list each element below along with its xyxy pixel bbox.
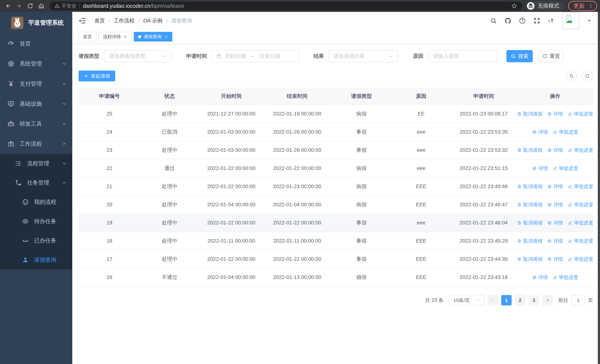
view-icon (547, 112, 552, 116)
refresh-table-button[interactable] (582, 70, 593, 82)
approval-progress-link[interactable]: 审批进度 (553, 129, 578, 135)
detail-link[interactable]: 详情 (547, 220, 563, 226)
reload-icon[interactable] (25, 1, 35, 11)
cell-operations: 取消请假 详情 审批进度 (517, 220, 593, 226)
back-icon[interactable] (3, 1, 13, 11)
svg-text:T: T (550, 18, 554, 24)
sidebar-item-infra[interactable]: 基础设施 (0, 94, 72, 114)
tab-process-detail[interactable]: 流程详情 (99, 32, 131, 42)
fullscreen-icon[interactable] (533, 17, 540, 24)
sidebar-item-devtools[interactable]: 研发工具 (0, 114, 72, 134)
tab-leave-query[interactable]: 请假查询 (134, 32, 172, 42)
approval-progress-link[interactable]: 审批进度 (568, 256, 593, 262)
cancel-leave-link[interactable]: 取消请假 (517, 147, 542, 153)
cancel-leave-link[interactable]: 取消请假 (517, 111, 542, 117)
not-secure-badge[interactable]: 不安全 (55, 3, 76, 9)
approval-progress-link[interactable]: 审批进度 (553, 165, 578, 172)
user-avatar[interactable] (562, 12, 579, 29)
search-icon[interactable] (490, 17, 497, 24)
detail-link[interactable]: 详情 (547, 111, 563, 117)
sidebar-item-system[interactable]: 系统管理 (0, 54, 72, 74)
close-icon[interactable] (123, 35, 127, 38)
search-button[interactable]: 搜索 (506, 50, 533, 62)
reset-button[interactable]: 重置 (539, 50, 563, 62)
tab-home[interactable]: 首页 (79, 32, 96, 42)
page-button-2[interactable]: 2 (515, 295, 525, 305)
page-button-3[interactable]: 3 (529, 295, 539, 305)
prev-page-button[interactable] (488, 295, 498, 305)
caret-down-icon[interactable] (587, 18, 592, 23)
breadcrumb-item[interactable]: 工作流程 (114, 17, 134, 24)
cancel-leave-link[interactable]: 取消请假 (517, 183, 542, 190)
reason-input[interactable] (428, 50, 497, 62)
result-select[interactable]: 请选择流结果 (329, 50, 398, 62)
show-search-button[interactable] (566, 70, 577, 82)
sidebar-item-leave-query[interactable]: 请假查询 (0, 250, 72, 270)
approval-progress-link[interactable]: 审批进度 (568, 238, 593, 244)
detail-link[interactable]: 详情 (547, 201, 563, 208)
sidebar-item-process-mgmt[interactable]: 流程管理 (0, 154, 72, 173)
edit-pen-icon (568, 239, 572, 243)
url-bar[interactable]: 不安全 dashboard.yudao.iocoder.cn/bpm/oa/le… (50, 2, 522, 10)
sidebar-item-payment[interactable]: 支付管理 (0, 74, 72, 94)
sidebar-item-task-mgmt[interactable]: 任务管理 (0, 173, 72, 192)
search-label: 搜索 (518, 53, 528, 60)
edit-pen-icon (568, 221, 572, 225)
sidebar-item-done-tasks[interactable]: 已办任务 (0, 231, 72, 250)
github-icon[interactable] (504, 17, 511, 24)
sidebar-item-home[interactable]: 首页 (0, 34, 72, 54)
sidebar-item-workflow[interactable]: 工作流程 (0, 134, 72, 154)
cell-operations: 详情 审批进度 (517, 129, 593, 135)
detail-link[interactable]: 详情 (547, 256, 563, 262)
breadcrumb-item[interactable]: 首页 (94, 17, 105, 24)
url-text: dashboard.yudao.iocoder.cn/bpm/oa/leave (83, 3, 184, 9)
approval-progress-link[interactable]: 审批进度 (553, 274, 578, 280)
approval-progress-link[interactable]: 审批进度 (568, 201, 593, 208)
approval-progress-link[interactable]: 审批进度 (568, 147, 593, 153)
scrollbar[interactable] (598, 12, 600, 364)
sidebar-fold-icon[interactable] (79, 17, 86, 25)
font-size-icon[interactable]: TT (548, 17, 555, 24)
detail-link[interactable]: 详情 (547, 147, 563, 153)
approval-progress-link[interactable]: 审批进度 (568, 220, 593, 226)
page-button-1[interactable]: 1 (501, 295, 512, 305)
action-label: 审批进度 (559, 165, 578, 172)
sidebar-item-my-process[interactable]: 我的流程 (0, 192, 72, 212)
kebab-menu-icon[interactable] (588, 3, 593, 9)
cancel-leave-link[interactable]: 取消请假 (517, 238, 542, 244)
update-button[interactable]: 更新 (568, 1, 597, 11)
detail-link[interactable]: 详情 (547, 238, 563, 244)
cancel-leave-link[interactable]: 取消请假 (517, 220, 542, 226)
page-size-select[interactable]: 10条/页 (449, 295, 484, 305)
cancel-leave-link[interactable]: 取消请假 (517, 256, 542, 262)
detail-link[interactable]: 详情 (532, 165, 548, 172)
home-icon[interactable] (36, 1, 46, 11)
cell-start-time: 2022-01-22 00:00:00 (199, 165, 264, 171)
user-icon (22, 256, 29, 263)
cancel-leave-link[interactable]: 取消请假 (517, 201, 542, 208)
next-page-button[interactable] (542, 295, 553, 305)
forward-icon[interactable] (14, 1, 24, 11)
cell-apply-id: 16 (79, 274, 140, 280)
detail-link[interactable]: 详情 (547, 183, 563, 190)
detail-link[interactable]: 详情 (532, 274, 548, 280)
close-icon[interactable] (164, 35, 168, 38)
leave-type-select[interactable]: 请选择请假类型 (104, 50, 172, 62)
column-header: 状态 (140, 93, 199, 100)
cell-apply-id: 21 (79, 184, 140, 189)
breadcrumb-item[interactable]: OA 示例 (143, 17, 162, 24)
trash-icon (517, 148, 522, 152)
approval-progress-link[interactable]: 审批进度 (568, 111, 593, 117)
cell-reason: EEE (392, 202, 450, 208)
bookmark-star-icon[interactable] (511, 3, 517, 9)
detail-link[interactable]: 详情 (532, 129, 548, 135)
goto-page-input[interactable] (571, 295, 585, 305)
sidebar-item-todo-tasks[interactable]: 待办任务 (0, 212, 72, 231)
help-icon[interactable] (519, 17, 526, 24)
apply-time-range-picker[interactable]: 开始日期 - 结束日期 (212, 50, 299, 62)
cell-leave-type: 事假 (331, 147, 392, 154)
chevron-down-icon (62, 81, 67, 86)
filter-reason: 原因 (413, 50, 497, 62)
create-leave-button[interactable]: 发起请假 (79, 71, 115, 81)
approval-progress-link[interactable]: 审批进度 (568, 183, 593, 190)
